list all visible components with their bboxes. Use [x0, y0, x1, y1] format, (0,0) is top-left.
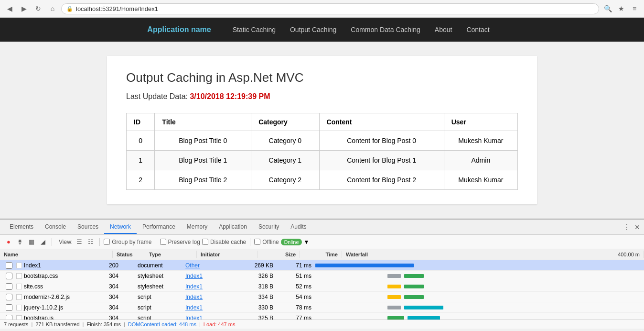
devtools-tab-console[interactable]: Console	[39, 221, 72, 234]
table-header-id: ID	[127, 113, 155, 131]
file-icon	[16, 294, 22, 300]
network-headers: Name Status Type Initiator Size Time Wat…	[0, 249, 644, 260]
offline-text: Offline	[262, 239, 279, 245]
main-content: Output Caching in Asp.Net MVC Last Updat…	[0, 42, 644, 219]
devtools-tab-security[interactable]: Security	[253, 221, 285, 234]
devtools-tab-elements[interactable]: Elements	[4, 221, 39, 234]
devtools-tab-application[interactable]: Application	[213, 221, 253, 234]
row-select-checkbox[interactable]	[6, 304, 12, 311]
network-row[interactable]: bootstrap.css 304 stylesheet Index1 326 …	[0, 271, 644, 281]
network-cell-type: stylesheet	[134, 272, 182, 280]
row-select-checkbox[interactable]	[6, 273, 12, 279]
disable-cache-text: Disable cache	[210, 239, 246, 245]
nav-brand[interactable]: Application name	[147, 25, 211, 34]
status-load: Load: 447 ms	[204, 321, 236, 327]
disable-cache-label: Disable cache	[202, 239, 246, 245]
devtools-tab-audits[interactable]: Audits	[285, 221, 312, 234]
network-cell-waterfall	[315, 304, 644, 311]
offline-checkbox[interactable]	[254, 239, 260, 245]
file-icon	[16, 315, 22, 320]
network-cell-initiator[interactable]: Index1	[182, 272, 239, 280]
cell-title: Blog Post Title 2	[155, 170, 251, 190]
network-cell-initiator[interactable]: Index1	[182, 293, 239, 301]
row-select-checkbox[interactable]	[6, 262, 12, 269]
table-header-user: User	[444, 113, 517, 131]
network-cell-initiator[interactable]: Index1	[182, 314, 239, 320]
view-large-icon[interactable]: ☷	[86, 237, 96, 247]
group-by-frame-checkbox[interactable]	[104, 239, 110, 245]
cell-user: Mukesh Kumar	[444, 170, 517, 190]
view-label: View:	[59, 239, 73, 245]
status-finish: Finish: 354 ms	[86, 321, 121, 327]
network-cell-initiator[interactable]: Index1	[182, 304, 239, 311]
network-cell-name: bootstrap.css	[0, 272, 105, 280]
nav-link-static-caching[interactable]: Static Caching	[225, 19, 283, 41]
group-by-frame-label: Group by frame	[104, 239, 151, 245]
devtools-tab-network[interactable]: Network	[104, 221, 137, 234]
cell-user: Mukesh Kumar	[444, 131, 517, 151]
header-waterfall: Waterfall 400.00 m	[342, 251, 644, 258]
network-cell-waterfall	[315, 262, 644, 269]
online-badge[interactable]: Online	[281, 239, 302, 245]
back-button[interactable]: ◀	[4, 3, 15, 14]
file-icon	[16, 284, 22, 289]
network-row[interactable]: bootstrap.js 304 script Index1 325 B 77 …	[0, 313, 644, 320]
file-icon	[16, 305, 22, 310]
address-bar[interactable]: 🔒 localhost:53291/Home/Index1	[61, 3, 599, 14]
network-row[interactable]: jquery-1.10.2.js 304 script Index1 330 B…	[0, 302, 644, 313]
network-row[interactable]: Index1 200 document Other 269 KB 71 ms	[0, 260, 644, 271]
devtools-close[interactable]: ✕	[634, 223, 640, 231]
browser-chrome: ◀ ▶ ↻ ⌂ 🔒 localhost:53291/Home/Index1 🔍 …	[0, 0, 644, 18]
network-cell-name: Index1	[0, 262, 105, 269]
devtools-more-tabs[interactable]: ⋮	[623, 222, 631, 232]
throttle-dropdown[interactable]: ▼	[304, 239, 310, 245]
devtools-tab-memory[interactable]: Memory	[181, 221, 213, 234]
network-cell-name: jquery-1.10.2.js	[0, 304, 105, 311]
network-row[interactable]: modernizr-2.6.2.js 304 script Index1 334…	[0, 292, 644, 302]
forward-button[interactable]: ▶	[18, 3, 30, 14]
record-button[interactable]: ●	[4, 237, 13, 247]
network-rows: Index1 200 document Other 269 KB 71 ms b…	[0, 260, 644, 320]
filter-icon[interactable]: ◢	[38, 237, 48, 247]
devtools-toolbar: ● ⚵ ▦ ◢ View: ☰ ☷ Group by frame Preserv…	[0, 235, 644, 249]
table-header-category: Category	[251, 113, 319, 131]
devtools-tab-sources[interactable]: Sources	[72, 221, 104, 234]
network-cell-size: 318 B	[239, 283, 277, 290]
preserve-log-text: Preserve log	[168, 239, 200, 245]
network-row[interactable]: site.css 304 stylesheet Index1 318 B 52 …	[0, 281, 644, 292]
preserve-log-checkbox[interactable]	[160, 239, 166, 245]
reload-button[interactable]: ↻	[32, 3, 44, 14]
nav-link-common-data-caching[interactable]: Common Data Caching	[343, 19, 428, 41]
row-select-checkbox[interactable]	[6, 294, 12, 300]
clear-button[interactable]: ⚵	[15, 237, 25, 247]
menu-button[interactable]: ≡	[629, 3, 640, 14]
nav-links: Static Caching Output Caching Common Dat…	[225, 19, 497, 41]
row-select-checkbox[interactable]	[6, 315, 12, 320]
table-row: 0 Blog Post Title 0 Category 0 Content f…	[127, 131, 518, 151]
devtools-tab-performance[interactable]: Performance	[137, 221, 181, 234]
filter-toggle[interactable]: ▦	[27, 237, 36, 247]
table-header-title: Title	[155, 113, 251, 131]
network-cell-initiator[interactable]: Other	[182, 262, 239, 269]
network-cell-initiator[interactable]: Index1	[182, 283, 239, 290]
row-select-checkbox[interactable]	[6, 283, 12, 290]
nav-link-contact[interactable]: Contact	[459, 19, 496, 41]
network-cell-type: script	[134, 314, 182, 320]
cell-category: Category 0	[251, 131, 319, 151]
bookmark-button[interactable]: ★	[615, 3, 627, 14]
nav-link-about[interactable]: About	[428, 19, 460, 41]
network-cell-status: 200	[105, 262, 134, 269]
search-button[interactable]: 🔍	[602, 3, 613, 14]
browser-toolbar: ◀ ▶ ↻ ⌂ 🔒 localhost:53291/Home/Index1 🔍 …	[0, 0, 644, 17]
home-button[interactable]: ⌂	[47, 3, 58, 14]
cell-title: Blog Post Title 0	[155, 131, 251, 151]
view-list-icon[interactable]: ☰	[75, 237, 84, 247]
disable-cache-checkbox[interactable]	[202, 239, 208, 245]
preserve-log-label: Preserve log	[160, 239, 200, 245]
network-cell-status: 304	[105, 304, 134, 311]
nav-link-output-caching[interactable]: Output Caching	[283, 19, 343, 41]
network-cell-waterfall	[315, 294, 644, 300]
network-cell-time: 54 ms	[277, 293, 315, 301]
status-dom: DOMContentLoaded: 448 ms	[128, 321, 196, 327]
network-cell-type: script	[134, 293, 182, 301]
